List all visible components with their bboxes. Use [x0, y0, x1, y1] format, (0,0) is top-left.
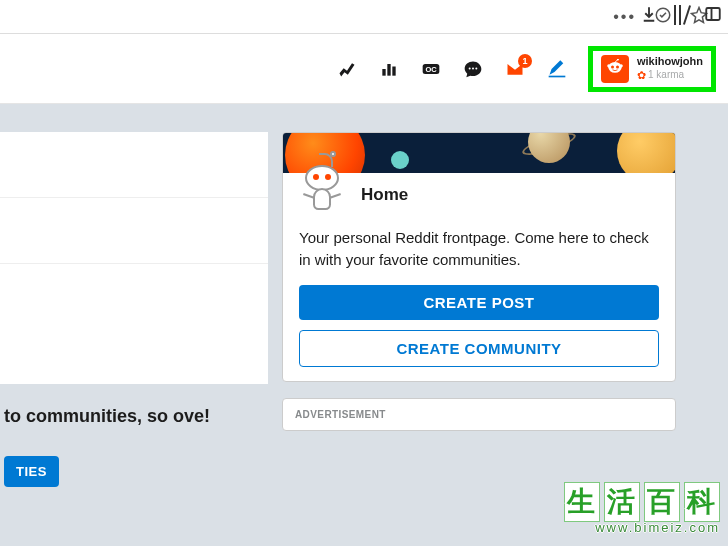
main-content: to communities, so ove! TIES Home: [0, 104, 728, 546]
svg-point-12: [611, 65, 614, 68]
user-avatar-icon: [601, 55, 629, 83]
svg-text:OC: OC: [425, 64, 437, 73]
svg-point-11: [608, 61, 621, 72]
watermark-url: www.bimeiz.com: [564, 520, 720, 535]
messages-badge: 1: [518, 54, 532, 68]
reddit-header: OC 1 wikihowjohn ✿1 karma: [0, 34, 728, 104]
svg-rect-4: [392, 66, 395, 75]
svg-point-8: [472, 67, 474, 69]
svg-point-13: [616, 65, 619, 68]
svg-rect-3: [387, 64, 390, 76]
watermark: 生 活 百 科 www.bimeiz.com: [564, 482, 720, 535]
downloads-icon[interactable]: [640, 5, 658, 27]
browser-toolbar: •••: [0, 0, 728, 34]
home-card: Home Your personal Reddit frontpage. Com…: [282, 132, 676, 382]
messages-icon[interactable]: 1: [504, 58, 526, 80]
oc-badge-icon[interactable]: OC: [420, 58, 442, 80]
feed-item-placeholder[interactable]: [0, 198, 268, 264]
svg-point-14: [607, 64, 610, 67]
user-menu[interactable]: wikihowjohn ✿1 karma: [588, 46, 716, 92]
svg-rect-10: [549, 75, 566, 77]
popular-icon[interactable]: [336, 58, 358, 80]
svg-point-7: [469, 67, 471, 69]
svg-rect-1: [706, 8, 720, 20]
library-icon[interactable]: [674, 5, 688, 27]
home-description: Your personal Reddit frontpage. Come her…: [283, 217, 675, 285]
browse-communities-button[interactable]: TIES: [4, 456, 59, 487]
feed-item-placeholder[interactable]: [0, 132, 268, 198]
left-column: to communities, so ove! TIES: [0, 132, 268, 546]
feed-item-placeholder[interactable]: [0, 264, 268, 384]
svg-rect-2: [382, 69, 385, 76]
svg-point-9: [475, 67, 477, 69]
snoo-mascot-icon: [299, 155, 345, 217]
karma-icon: ✿: [637, 69, 646, 82]
svg-point-15: [620, 64, 623, 67]
create-post-icon[interactable]: [546, 58, 568, 80]
advertisement-card: ADVERTISEMENT: [282, 398, 676, 431]
page-actions-menu[interactable]: •••: [613, 8, 636, 26]
ad-label: ADVERTISEMENT: [295, 409, 663, 420]
home-title: Home: [361, 185, 408, 205]
create-post-button[interactable]: CREATE POST: [299, 285, 659, 320]
create-community-button[interactable]: CREATE COMMUNITY: [299, 330, 659, 367]
sidebar-toggle-icon[interactable]: [704, 5, 722, 27]
promo-text: to communities, so ove!: [4, 404, 268, 428]
stats-icon[interactable]: [378, 58, 400, 80]
user-name: wikihowjohn: [637, 55, 703, 68]
user-karma: ✿1 karma: [637, 69, 703, 82]
chat-icon[interactable]: [462, 58, 484, 80]
